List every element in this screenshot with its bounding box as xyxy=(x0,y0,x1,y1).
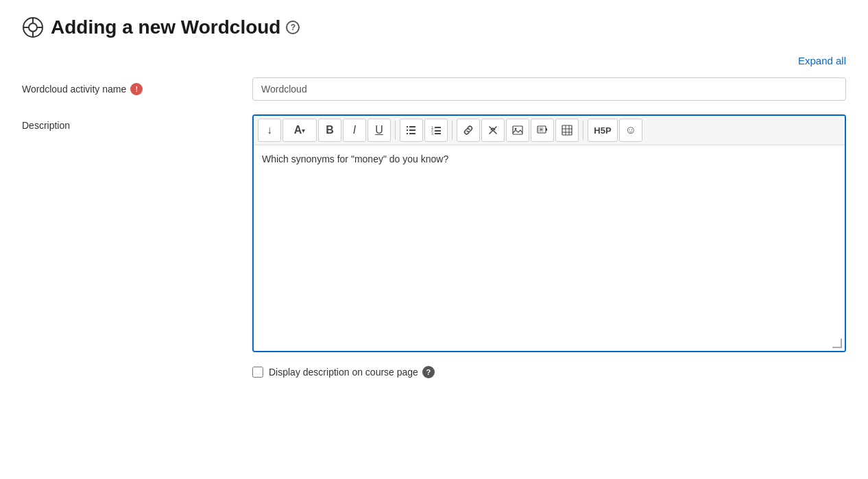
toolbar-image-button[interactable] xyxy=(506,119,529,142)
description-editor-container: ↓ A ▾ B I U xyxy=(252,114,846,352)
editor-wrapper: ↓ A ▾ B I U xyxy=(252,114,846,352)
display-description-label-text: Display description on course page xyxy=(269,367,418,378)
description-label: Description xyxy=(22,114,241,131)
svg-rect-8 xyxy=(407,130,408,131)
toolbar-font-button[interactable]: A ▾ xyxy=(282,119,317,142)
toolbar-table-button[interactable] xyxy=(555,119,579,142)
toolbar-media-button[interactable] xyxy=(531,119,554,142)
svg-rect-17 xyxy=(435,133,441,134)
svg-rect-13 xyxy=(435,127,441,128)
toolbar-remove-format-button[interactable] xyxy=(481,119,505,142)
svg-rect-10 xyxy=(407,133,408,134)
svg-rect-6 xyxy=(407,126,408,127)
page-header: Adding a new Wordcloud ? xyxy=(22,16,846,38)
name-label: Wordcloud activity name ! xyxy=(22,77,241,95)
toolbar-underline-button[interactable]: U xyxy=(367,119,391,142)
display-description-label[interactable]: Display description on course page ? xyxy=(269,366,435,378)
description-form-row: Description ↓ A ▾ B I U xyxy=(22,114,846,352)
toolbar-emoji-button[interactable]: ☺ xyxy=(619,119,642,142)
svg-point-19 xyxy=(515,128,517,130)
svg-rect-18 xyxy=(513,126,522,134)
page-title-text: Adding a new Wordcloud xyxy=(51,16,280,38)
name-label-text: Wordcloud activity name xyxy=(22,84,126,95)
svg-rect-15 xyxy=(435,130,441,132)
svg-point-1 xyxy=(29,23,37,32)
svg-rect-21 xyxy=(546,128,547,131)
expand-all-row: Expand all xyxy=(22,55,846,66)
name-field-container xyxy=(252,77,846,101)
svg-rect-24 xyxy=(562,125,572,135)
wordcloud-icon xyxy=(22,16,44,38)
page-title: Adding a new Wordcloud ? xyxy=(51,16,300,38)
description-editor[interactable]: Which synonyms for "money" do you know? xyxy=(254,145,845,351)
svg-rect-11 xyxy=(409,133,415,134)
display-description-help-icon[interactable]: ? xyxy=(422,366,435,378)
toolbar-h5p-button[interactable]: H5P xyxy=(588,119,618,142)
toolbar-bold-button[interactable]: B xyxy=(318,119,341,142)
display-description-row: Display description on course page ? xyxy=(22,366,846,378)
svg-rect-7 xyxy=(409,126,415,127)
toolbar-italic-button[interactable]: I xyxy=(343,119,366,142)
display-description-checkbox[interactable] xyxy=(252,367,263,378)
toolbar-separator-2 xyxy=(452,121,453,140)
toolbar-numbered-list-button[interactable]: 1. 2. 3. xyxy=(424,119,448,142)
toolbar-collapse-button[interactable]: ↓ xyxy=(258,119,281,142)
svg-rect-9 xyxy=(409,130,415,131)
toolbar-separator-1 xyxy=(395,121,396,140)
required-icon: ! xyxy=(130,83,143,95)
toolbar-separator-3 xyxy=(583,121,583,140)
name-input[interactable] xyxy=(252,77,846,101)
name-form-row: Wordcloud activity name ! xyxy=(22,77,846,101)
svg-text:3.: 3. xyxy=(431,132,434,136)
description-label-text: Description xyxy=(22,120,70,131)
toolbar-link-button[interactable] xyxy=(457,119,480,142)
page-help-icon[interactable]: ? xyxy=(286,21,300,34)
toolbar-bullet-list-button[interactable] xyxy=(400,119,423,142)
expand-all-button[interactable]: Expand all xyxy=(798,55,846,66)
editor-toolbar: ↓ A ▾ B I U xyxy=(254,116,845,145)
